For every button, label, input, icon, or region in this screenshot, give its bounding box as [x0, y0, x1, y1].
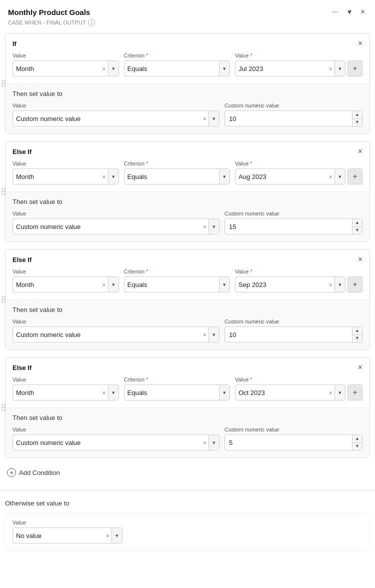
elseif2-then-value-text: Custom numeric value — [13, 331, 200, 338]
if-then-spin-up[interactable]: ▲ — [352, 111, 362, 119]
elseif1-value-arrow[interactable]: ▾ — [108, 169, 118, 184]
subheader: CASE WHEN - FINAL OUTPUT i — [0, 19, 375, 31]
elseif1-value-right-select[interactable]: Aug 2023 × ▾ — [235, 168, 346, 184]
if-then-value-select[interactable]: Custom numeric value × ▾ — [12, 110, 220, 126]
elseif3-close-button[interactable]: × — [358, 364, 362, 372]
if-then-row: Value Custom numeric value × ▾ Custom nu… — [12, 102, 362, 126]
elseif3-value-right-select[interactable]: Oct 2023 × ▾ — [235, 384, 346, 400]
drag-handle-elseif-3[interactable] — [2, 404, 6, 411]
elseif2-criterion-group: Criterion * Equals ▾ — [124, 268, 230, 292]
elseif3-then-section: Then set value to Value Custom numeric v… — [6, 408, 370, 458]
if-value-select[interactable]: Month × ▾ — [12, 60, 119, 76]
if-then-spinners: ▲ ▼ — [352, 111, 362, 126]
if-then-numeric-input[interactable]: 10 ▲ ▼ — [224, 110, 362, 126]
elseif2-value-clear[interactable]: × — [100, 282, 108, 288]
elseif1-then-spinners: ▲ ▼ — [352, 219, 362, 234]
if-then-value-arrow[interactable]: ▾ — [208, 111, 219, 126]
if-value-right-arrow[interactable]: ▾ — [334, 61, 345, 76]
elseif1-criterion-label: Criterion * — [124, 160, 230, 166]
if-value-right-label: Value * — [235, 52, 362, 58]
if-value-label: Value — [12, 52, 119, 58]
elseif1-close-button[interactable]: × — [358, 148, 362, 156]
more-options-button[interactable]: ··· — [330, 7, 340, 17]
drag-handle-if[interactable] — [2, 80, 6, 87]
elseif1-value-clear[interactable]: × — [100, 174, 108, 180]
elseif2-value-right-select[interactable]: Sep 2023 × ▾ — [235, 276, 346, 292]
elseif2-close-button[interactable]: × — [358, 256, 362, 264]
if-add-value-button[interactable]: + — [348, 60, 362, 76]
elseif3-value-select[interactable]: Month × ▾ — [12, 384, 119, 400]
elseif1-value-select[interactable]: Month × ▾ — [12, 168, 119, 184]
elseif2-criterion-arrow[interactable]: ▾ — [219, 277, 230, 292]
elseif2-spin-up[interactable]: ▲ — [352, 327, 362, 335]
elseif3-add-value-button[interactable]: + — [348, 384, 362, 400]
elseif3-criterion-select[interactable]: Equals ▾ — [124, 384, 230, 400]
add-condition-button[interactable]: + Add Condition — [6, 465, 61, 480]
elseif1-value-right-arrow[interactable]: ▾ — [334, 169, 345, 184]
elseif2-spin-down[interactable]: ▼ — [352, 335, 362, 342]
elseif3-spin-up[interactable]: ▲ — [352, 435, 362, 443]
elseif3-value-clear[interactable]: × — [100, 390, 108, 396]
elseif1-criterion-text: Equals — [124, 173, 220, 180]
page-title: Monthly Product Goals — [8, 8, 90, 16]
elseif3-then-value-clear[interactable]: × — [200, 440, 208, 446]
elseif1-value-text: Month — [13, 173, 100, 180]
if-criterion-select[interactable]: Equals ▾ — [124, 60, 230, 76]
elseif2-then-numeric-input[interactable]: 10 ▲ ▼ — [224, 326, 362, 342]
elseif3-then-numeric-input[interactable]: 5 ▲ ▼ — [224, 434, 362, 450]
elseif3-then-value-select[interactable]: Custom numeric value × ▾ — [12, 434, 220, 450]
if-criterion-arrow[interactable]: ▾ — [219, 61, 230, 76]
if-value-right-clear[interactable]: × — [326, 66, 334, 72]
if-value-arrow[interactable]: ▾ — [108, 61, 118, 76]
elseif1-then-row: Value Custom numeric value × ▾ Custom nu… — [12, 210, 362, 234]
elseif1-value-right-required: * — [250, 160, 252, 166]
collapse-button[interactable]: ▾ — [346, 7, 354, 17]
elseif3-value-right-group: Value * Oct 2023 × ▾ + — [235, 376, 362, 400]
otherwise-value-clear[interactable]: × — [104, 532, 112, 539]
elseif1-add-value-button[interactable]: + — [348, 168, 362, 184]
elseif2-value-select[interactable]: Month × ▾ — [12, 276, 119, 292]
elseif3-value-right-arrow[interactable]: ▾ — [334, 385, 345, 400]
elseif2-then-value-label: Value — [12, 318, 220, 324]
if-then-label: Then set value to — [12, 90, 362, 98]
elseif1-spin-down[interactable]: ▼ — [352, 227, 362, 234]
elseif3-value-arrow[interactable]: ▾ — [108, 385, 118, 400]
elseif3-criterion-text: Equals — [124, 389, 220, 396]
elseif3-then-numeric-label: Custom numeric value — [224, 426, 362, 432]
elseif1-then-value-arrow[interactable]: ▾ — [208, 219, 219, 234]
elseif2-add-value-button[interactable]: + — [348, 276, 362, 292]
elseif1-then-numeric-input[interactable]: 15 ▲ ▼ — [224, 218, 362, 234]
elseif2-criterion-select[interactable]: Equals ▾ — [124, 276, 230, 292]
info-icon[interactable]: i — [88, 19, 95, 26]
elseif3-spin-down[interactable]: ▼ — [352, 443, 362, 450]
elseif2-then-value-clear[interactable]: × — [200, 332, 208, 338]
elseif3-header: Else If × — [6, 358, 370, 376]
if-value-right-select[interactable]: Jul 2023 × ▾ — [235, 60, 346, 76]
elseif1-criterion-select[interactable]: Equals ▾ — [124, 168, 230, 184]
drag-handle-elseif-2[interactable] — [2, 296, 6, 303]
otherwise-value-arrow[interactable]: ▾ — [112, 528, 122, 543]
elseif2-value-right-clear[interactable]: × — [326, 282, 334, 288]
otherwise-value-select[interactable]: No value × ▾ — [12, 528, 122, 544]
elseif3-then-value-arrow[interactable]: ▾ — [208, 435, 219, 450]
elseif1-value-right-clear[interactable]: × — [326, 174, 334, 180]
if-then-spin-down[interactable]: ▼ — [352, 119, 362, 126]
elseif1-criterion-arrow[interactable]: ▾ — [219, 169, 230, 184]
close-dialog-button[interactable]: × — [358, 7, 367, 17]
if-then-value-clear[interactable]: × — [200, 116, 208, 122]
elseif3-criterion-arrow[interactable]: ▾ — [219, 385, 230, 400]
elseif1-then-value-select[interactable]: Custom numeric value × ▾ — [12, 218, 220, 234]
elseif2-value-right-arrow[interactable]: ▾ — [334, 277, 345, 292]
elseif3-value-right-clear[interactable]: × — [326, 390, 334, 396]
elseif3-value-right-text: Oct 2023 — [236, 389, 326, 396]
if-value-group: Value Month × ▾ — [12, 52, 119, 76]
elseif1-then-value-clear[interactable]: × — [200, 224, 208, 230]
if-value-clear[interactable]: × — [100, 66, 108, 72]
drag-handle-elseif-1[interactable] — [2, 188, 6, 195]
elseif2-then-value-arrow[interactable]: ▾ — [208, 327, 219, 342]
elseif3-then-numeric-group: Custom numeric value 5 ▲ ▼ — [224, 426, 362, 450]
elseif1-spin-up[interactable]: ▲ — [352, 219, 362, 227]
if-close-button[interactable]: × — [358, 40, 362, 48]
elseif2-value-arrow[interactable]: ▾ — [108, 277, 118, 292]
elseif2-then-value-select[interactable]: Custom numeric value × ▾ — [12, 326, 220, 342]
